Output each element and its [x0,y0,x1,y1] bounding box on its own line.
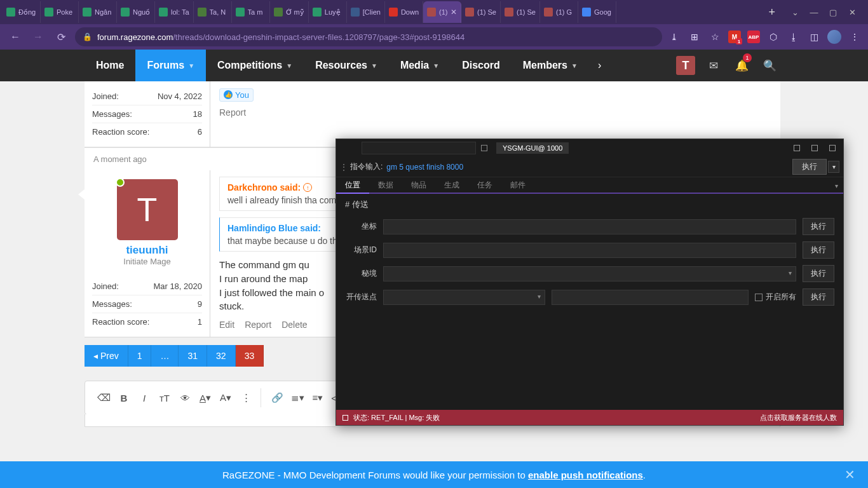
install-app-icon[interactable]: ⤓ [667,30,681,44]
tp-select[interactable] [383,290,545,305]
coord-input[interactable] [383,219,796,234]
browser-tab[interactable]: Ngân [79,1,117,23]
app-tab[interactable]: 物品 [402,177,435,193]
pager-page[interactable]: 33 [236,345,264,367]
nav-item-members[interactable]: Members ▼ [512,50,589,81]
browser-tab[interactable]: (1) Se [461,1,501,23]
ext-abp-icon[interactable]: ABP [747,30,760,43]
window-minimize-icon[interactable]: — [810,8,818,17]
browser-tab[interactable]: Ta, N [194,1,232,23]
downloads-icon[interactable]: ⭳ [787,30,801,44]
window-maximize-icon[interactable]: ▢ [829,8,837,17]
profile-avatar[interactable] [827,30,841,44]
list-icon[interactable]: ≣▾ [288,388,307,407]
app-maximize-icon[interactable] [811,145,818,151]
browser-tab[interactable]: Đồng [3,1,41,23]
app-tab[interactable]: 任务 [468,177,501,193]
app-tab[interactable]: 数据 [369,177,402,193]
omnibox[interactable]: 🔒 forum.ragezone.com/threads/download-ge… [75,27,662,46]
tp-input[interactable] [552,290,749,305]
nav-back-button[interactable]: ← [6,28,24,46]
browser-tab[interactable]: Down [385,1,423,23]
align-icon[interactable]: ≡▾ [308,388,327,407]
search-icon[interactable]: 🔍 [756,50,783,81]
browser-tab[interactable]: [Clien [347,1,385,23]
remove-format-icon[interactable]: ⌫ [94,388,113,407]
browser-tab[interactable]: Poke [41,1,79,23]
kebab-menu-icon[interactable]: ⋮ [848,30,862,44]
pager-page[interactable]: 1 [128,345,152,367]
strike-icon[interactable]: 👁 [175,388,194,407]
italic-icon[interactable]: I [135,388,154,407]
alerts-icon[interactable]: 🔔1 [728,50,756,81]
nav-item-media[interactable]: Media ▼ [389,50,451,81]
pager-prev[interactable]: ◂ Prev [85,345,128,367]
bookmark-icon[interactable]: ☆ [708,30,722,44]
app-titlebar[interactable]: YSGM-GUI@ 1000 [336,139,843,157]
tabs-more-icon[interactable]: ▾ [835,182,838,189]
user-avatar-button[interactable]: T [672,50,700,81]
app-close-icon[interactable] [829,145,836,151]
report-link[interactable]: Report [245,320,271,330]
browser-tab[interactable]: Goog [578,1,616,23]
inbox-icon[interactable]: ✉ [700,50,728,81]
sidepanel-icon[interactable]: ◫ [807,30,821,44]
app-minimize-icon[interactable] [794,145,800,151]
nav-forward-button[interactable]: → [29,28,47,46]
browser-tab[interactable]: Ta m [232,1,270,23]
cmd-exec-button[interactable]: 执行 [792,159,827,175]
realm-exec-button[interactable]: 执行 [803,265,834,282]
browser-tab[interactable]: (1) Se [501,1,540,23]
user-avatar[interactable]: T [117,179,178,240]
nav-item-forums[interactable]: Forums ▼ [135,50,206,81]
browser-tab[interactable]: Nguồ [117,1,155,23]
browser-tab[interactable]: (1)✕ [423,1,461,23]
nav-item-resources[interactable]: Resources ▼ [304,50,389,81]
open-all-checkbox[interactable]: 开启所有 [755,292,796,302]
text-color-icon[interactable]: A▾ [196,388,215,407]
window-close-icon[interactable]: ✕ [848,8,857,17]
pager-page[interactable]: 32 [207,345,236,367]
more-format-icon[interactable]: ⋮ [236,388,255,407]
square-icon[interactable] [481,145,487,151]
nav-more-icon[interactable]: › [589,60,610,71]
username-link[interactable]: tieuunhi [85,244,210,257]
browser-tab[interactable]: (1) G [540,1,578,23]
browser-tab[interactable]: Ở mỹ [270,1,309,23]
cmd-input[interactable]: gm 5 quest finish 8000 [386,163,787,172]
nav-item-competitions[interactable]: Competitions ▼ [206,50,304,81]
notif-close-icon[interactable]: ✕ [844,467,855,482]
edit-link[interactable]: Edit [219,320,234,330]
notif-enable-link[interactable]: enable push notifications [528,470,643,480]
tab-close-icon[interactable]: ✕ [451,8,457,17]
nav-item-home[interactable]: Home [85,50,135,81]
pager-page[interactable]: … [151,345,179,367]
scene-input[interactable] [383,243,796,258]
window-caret-icon[interactable]: ⌄ [790,8,799,17]
app-input-blank[interactable] [362,142,476,154]
expand-up-icon[interactable]: ↑ [303,183,312,192]
status-online-link[interactable]: 点击获取服务器在线人数 [760,413,837,423]
like-indicator[interactable]: 👍You [219,88,254,102]
tp-exec-button[interactable]: 执行 [803,288,834,306]
extensions-icon[interactable]: ⬡ [766,30,780,44]
browser-tab[interactable]: Luyệ [309,1,347,23]
coord-exec-button[interactable]: 执行 [803,218,834,235]
app-tab[interactable]: 生成 [435,177,468,193]
font-family-icon[interactable]: A▾ [216,388,235,407]
ext-gmail-icon[interactable]: M1 [728,30,741,43]
link-icon[interactable]: 🔗 [268,388,287,407]
translate-icon[interactable]: ⊞ [688,30,702,44]
scene-exec-button[interactable]: 执行 [803,241,834,259]
cmd-exec-dropdown[interactable]: ▾ [828,161,839,173]
app-tab[interactable]: 位置 [336,177,369,194]
realm-select[interactable] [383,266,796,281]
browser-tab[interactable]: lol: Ta [155,1,194,23]
nav-item-discord[interactable]: Discord [451,50,512,81]
font-size-icon[interactable]: тT [155,388,174,407]
bold-icon[interactable]: B [114,388,133,407]
pager-page[interactable]: 31 [179,345,207,367]
report-link[interactable]: Report [219,107,246,118]
nav-reload-button[interactable]: ⟳ [52,28,70,46]
delete-link[interactable]: Delete [281,320,307,330]
